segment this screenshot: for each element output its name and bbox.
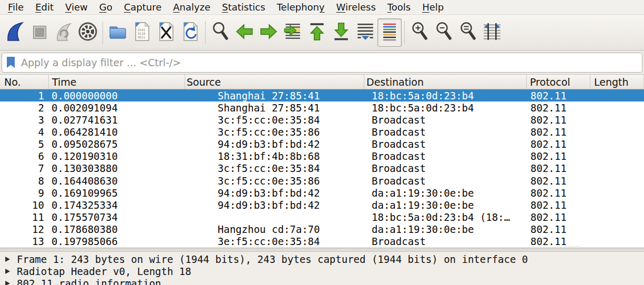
bookmark-icon[interactable] [7,57,15,68]
packet-list: ...... 1 0.000000000 Shanghai_27:85:41 1… [0,89,644,248]
main-toolbar: 0101 0110 0011 [0,15,644,50]
table-row[interactable]: 8 0.164408630 3c:f5:cc:0e:35:86 Broadcas… [0,175,644,187]
resize-columns-icon [482,22,502,44]
packet-details-pane: Frame 1: 243 bytes on wire (1944 bits), … [0,252,644,285]
wireshark-fin-icon [6,21,24,44]
zoom-out-icon [434,21,454,44]
menu-bar: FileEditViewGoCaptureAnalyzeStatisticsTe… [0,0,644,15]
zoom-out-button[interactable] [432,18,456,47]
table-row[interactable]: 11 0.175570734 18:bc:5a:0d:23:b4 (18:… 8… [0,211,644,223]
toolbar-separator [404,21,405,44]
column-header-destination[interactable]: Destination [364,75,527,89]
menu-item-edit[interactable]: Edit [29,1,59,14]
document-close-icon [157,21,176,44]
table-row[interactable]: 5 0.095028675 94:d9:b3:bf:bd:42 Broadcas… [0,138,644,150]
go-forward-button[interactable] [257,18,281,47]
document-reload-icon [181,21,200,44]
display-filter-input[interactable] [21,57,642,68]
open-file-button[interactable] [106,18,130,47]
go-to-packet-button[interactable] [281,18,305,47]
column-header-source[interactable]: Source [185,75,364,89]
menu-item-view[interactable]: View [59,1,94,14]
elided-text-dots: ...... [565,242,580,248]
arrow-right-icon [259,23,278,43]
colorize-icon [381,22,398,44]
auto-scroll-button[interactable] [353,18,377,47]
menu-item-telephony[interactable]: Telephony [271,1,331,14]
filter-bar [0,50,644,75]
svg-text:0110: 0110 [138,32,146,35]
display-filter-box [2,53,642,73]
find-packet-button[interactable] [208,18,232,47]
expander-triangle-icon[interactable] [5,257,10,262]
table-row[interactable]: 10 0.174325334 94:d9:b3:bf:bd:42 da:a1:1… [0,199,644,211]
goto-packet-icon [283,22,303,44]
menu-item-go[interactable]: Go [94,1,118,14]
table-row[interactable]: 7 0.130303880 3c:f5:cc:0e:35:84 Broadcas… [0,162,644,175]
restart-fin-icon [55,21,73,44]
go-to-last-packet-button[interactable] [329,18,353,47]
menu-item-help[interactable]: Help [416,1,449,14]
go-back-button[interactable] [232,18,257,47]
table-row[interactable]: 2 0.002091094 Shanghai_27:85:41 18:bc:5a… [0,101,644,114]
table-row[interactable]: 3 0.027741631 3c:f5:cc:0e:35:84 Broadcas… [0,114,644,126]
start-capture-button[interactable] [3,18,27,47]
close-file-button[interactable] [154,18,178,47]
column-header-time[interactable]: Time [49,75,185,89]
table-row[interactable]: 4 0.064281410 3c:f5:cc:0e:35:86 Broadcas… [0,126,644,138]
toolbar-separator [103,21,103,44]
detail-tree-row[interactable]: Frame 1: 243 bytes on wire (1944 bits), … [0,253,644,265]
stop-capture-button[interactable] [27,18,52,47]
colorize-packets-button[interactable] [377,18,402,47]
arrow-left-icon [235,23,254,43]
arrow-down-bar-icon [332,22,351,44]
column-header-no[interactable]: No. [0,75,49,89]
resize-columns-button[interactable] [480,18,504,47]
menu-item-wireless[interactable]: Wireless [331,1,382,14]
pane-splitter[interactable] [0,248,644,252]
arrow-up-bar-icon [308,22,326,44]
zoom-in-button[interactable] [407,18,432,47]
gear-icon [77,21,98,44]
restart-capture-button[interactable] [52,18,76,47]
detail-tree-row[interactable]: Radiotap Header v0, Length 18 [0,265,644,277]
column-header-length[interactable]: Length [590,75,644,89]
svg-text:0101: 0101 [138,28,146,32]
menu-item-statistics[interactable]: Statistics [216,1,271,14]
zoom-original-button[interactable] [456,18,480,47]
capture-options-button[interactable] [76,18,100,47]
zoom-in-icon [410,21,430,44]
table-row[interactable]: 12 0.178680380 Hangzhou_cd:7a:70 da:a1:1… [0,223,644,236]
auto-scroll-icon [355,22,375,43]
table-row[interactable]: 9 0.169109965 94:d9:b3:bf:bd:42 da:a1:19… [0,187,644,199]
stop-square-icon [33,26,46,39]
zoom-original-icon [458,21,478,44]
column-header-protocol[interactable]: Protocol [527,75,590,89]
folder-icon [108,22,128,43]
expander-triangle-icon[interactable] [5,281,10,285]
expander-triangle-icon[interactable] [5,269,10,274]
table-row[interactable]: 6 0.120190310 18:31:bf:4b:8b:68 Broadcas… [0,150,644,162]
detail-tree-row[interactable]: 802.11 radio information [0,277,644,285]
table-row[interactable]: 1 0.000000000 Shanghai_27:85:41 18:bc:5a… [0,89,644,101]
table-row[interactable]: 13 0.197985066 3e:f5:cc:0e:35:84 Broadca… [0,236,644,248]
menu-item-file[interactable]: File [2,1,29,14]
go-to-first-packet-button[interactable] [305,18,329,47]
save-file-button[interactable]: 0101 0110 0011 [130,18,154,47]
menu-item-capture[interactable]: Capture [118,1,168,14]
menu-item-tools[interactable]: Tools [382,1,416,14]
document-binary-icon: 0101 0110 0011 [132,21,151,44]
reload-file-button[interactable] [178,18,202,47]
packet-list-header: No. Time Source Destination Protocol Len… [0,75,644,89]
menu-item-analyze[interactable]: Analyze [167,1,216,14]
search-icon [210,21,230,44]
toolbar-separator [205,21,206,44]
svg-text:0011: 0011 [138,35,146,39]
